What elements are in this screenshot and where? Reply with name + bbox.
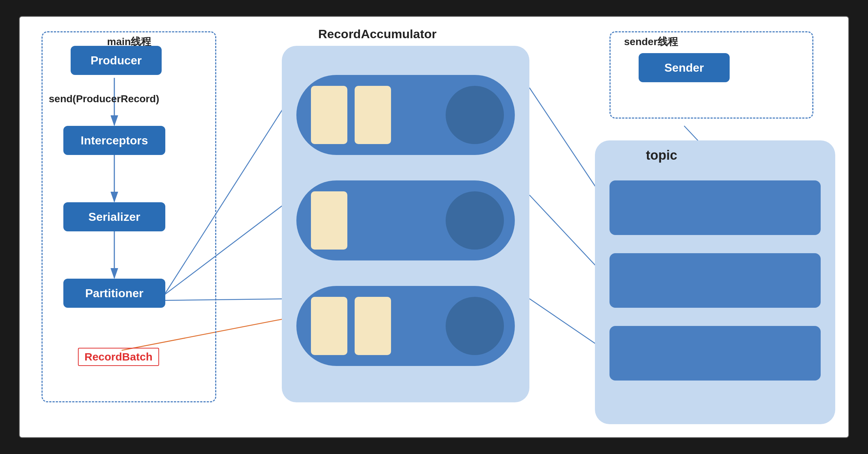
partition-block-2 — [609, 253, 821, 308]
serializer-box: Serializer — [63, 202, 165, 231]
record-batch-label: RecordBatch — [78, 348, 159, 366]
topic-label: topic — [646, 148, 677, 163]
send-method-label: send(ProducerRecord) — [49, 93, 159, 105]
diagram-container: main线程 Producer send(ProducerRecord) Int… — [19, 16, 849, 438]
partitioner-box: Partitioner — [63, 279, 165, 308]
circle-block-2 — [446, 191, 504, 250]
partition-block-1 — [609, 180, 821, 235]
producer-box: Producer — [71, 46, 162, 75]
partition-block-3 — [609, 326, 821, 381]
batch-block-3b — [355, 297, 391, 355]
sender-label: Sender — [664, 61, 704, 75]
accumulator-container — [282, 46, 529, 402]
sender-thread-label: sender线程 — [624, 35, 678, 49]
interceptors-label: Interceptors — [81, 134, 148, 147]
sender-box: Sender — [639, 53, 730, 82]
circle-block-1 — [446, 86, 504, 144]
deque-row-1 — [296, 75, 515, 155]
circle-block-3 — [446, 297, 504, 355]
record-accumulator-label: RecordAccumulator — [318, 27, 437, 41]
producer-label: Producer — [91, 54, 142, 67]
serializer-label: Serializer — [88, 210, 140, 224]
batch-block-2a — [311, 191, 347, 250]
batch-block-1a — [311, 86, 347, 144]
interceptors-box: Interceptors — [63, 126, 165, 155]
batch-block-3a — [311, 297, 347, 355]
deque-row-3 — [296, 286, 515, 366]
deque-row-2 — [296, 180, 515, 260]
partitioner-label: Partitioner — [85, 287, 143, 300]
batch-block-1b — [355, 86, 391, 144]
